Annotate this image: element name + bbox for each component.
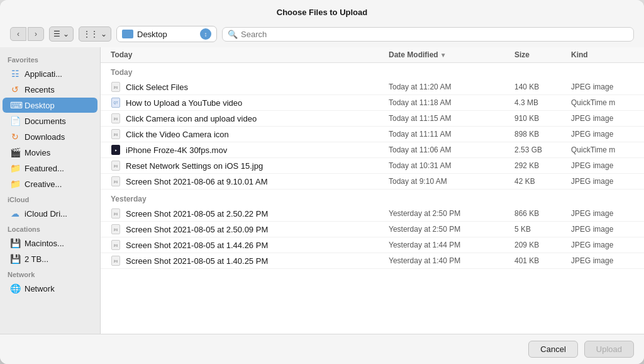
footer: Cancel Upload	[0, 334, 644, 364]
location-chevron-icon: ↕	[200, 28, 211, 40]
sidebar-item-2tb[interactable]: 💾2 TB...	[3, 251, 97, 266]
sidebar-item-documents[interactable]: 📄Documents	[3, 113, 97, 128]
back-button[interactable]: ‹	[10, 27, 26, 41]
sidebar-section-label: Network	[0, 267, 100, 280]
table-row[interactable]: jpg Screen Shot 2021-08-05 at 2.50.09 PM…	[101, 222, 644, 237]
col-kind: Kind	[571, 50, 634, 59]
sidebar-item-label: 2 TB...	[25, 254, 90, 264]
sidebar-item-label: Network	[25, 284, 90, 293]
file-kind: JPEG image	[571, 114, 634, 123]
file-name-cell: QT How to Upload a YouTube video	[111, 98, 389, 108]
sidebar-item-macintosh[interactable]: 💾Macintos...	[3, 236, 97, 251]
list-view-chevron: ⌄	[63, 30, 69, 38]
sidebar-item-icloud-drive[interactable]: ☁iCloud Dri...	[3, 206, 97, 221]
creative-icon: 📁	[10, 179, 20, 189]
table-row[interactable]: jpg Click Select Files Today at 11:20 AM…	[101, 79, 644, 95]
col-size: Size	[514, 50, 571, 59]
folder-icon	[122, 30, 133, 38]
file-icon: jpg	[111, 161, 121, 171]
list-view-button[interactable]: ☰ ⌄	[49, 26, 74, 42]
dialog-title: Choose Files to Upload	[0, 0, 644, 22]
movies-icon: 🎬	[10, 147, 20, 157]
file-name: Screen Shot 2021-08-05 at 2.50.22 PM	[126, 209, 268, 219]
location-selector[interactable]: Desktop ↕	[116, 26, 217, 42]
file-date: Today at 10:31 AM	[389, 161, 514, 170]
table-row[interactable]: jpg Click the Video Camera icon Today at…	[101, 127, 644, 142]
table-row[interactable]: jpg Screen Shot 2021-08-05 at 1.40.25 PM…	[101, 253, 644, 269]
sidebar-item-movies[interactable]: 🎬Movies	[3, 145, 97, 160]
table-row[interactable]: jpg Click Camera icon and upload video T…	[101, 111, 644, 127]
sidebar-item-network[interactable]: 🌐Network	[3, 281, 97, 296]
sidebar-item-label: Downloads	[25, 132, 90, 142]
file-icon: jpg	[111, 113, 121, 123]
file-size: 2.53 GB	[514, 145, 571, 154]
sidebar-item-desktop[interactable]: ⌨Desktop	[3, 98, 97, 113]
file-kind: JPEG image	[571, 225, 634, 234]
file-list: Today jpg Click Select Files Today at 11…	[101, 63, 644, 334]
sidebar: Favorites☷Applicati...↺Recents⌨Desktop📄D…	[0, 47, 101, 334]
file-kind: JPEG image	[571, 161, 634, 170]
jpeg-icon: jpg	[111, 129, 120, 139]
file-name: Reset Network Settings on iOS 15.jpg	[126, 161, 263, 171]
nav-buttons: ‹ ›	[10, 27, 44, 41]
sidebar-item-label: Creative...	[25, 179, 90, 189]
sidebar-section-label: Locations	[0, 222, 100, 235]
file-date: Today at 11:06 AM	[389, 145, 514, 154]
sidebar-item-recents[interactable]: ↺Recents	[3, 82, 97, 97]
sidebar-item-label: Desktop	[25, 101, 90, 110]
file-name-cell: jpg Screen Shot 2021-08-06 at 9.10.01 AM	[111, 176, 389, 186]
grid-view-icon: ⋮⋮	[83, 30, 98, 38]
table-row[interactable]: QT How to Upload a YouTube video Today a…	[101, 95, 644, 111]
qt-icon: QT	[111, 98, 120, 108]
forward-button[interactable]: ›	[28, 27, 44, 41]
file-name: Click Select Files	[126, 82, 188, 92]
file-kind: QuickTime m	[571, 98, 634, 107]
jpeg-icon: jpg	[111, 256, 120, 266]
sidebar-item-label: Documents	[25, 117, 90, 126]
file-name-cell: jpg Click the Video Camera icon	[111, 129, 389, 139]
file-name-cell: jpg Click Camera icon and upload video	[111, 113, 389, 123]
network-icon: 🌐	[10, 283, 20, 293]
list-view-icon: ☰	[53, 30, 60, 38]
file-size: 401 KB	[514, 256, 571, 265]
main-area: Favorites☷Applicati...↺Recents⌨Desktop📄D…	[0, 47, 644, 334]
search-input[interactable]	[241, 30, 628, 39]
table-row[interactable]: jpg Screen Shot 2021-08-05 at 1.44.26 PM…	[101, 237, 644, 253]
table-row[interactable]: ▶ iPhone Froze-4K 30fps.mov Today at 11:…	[101, 142, 644, 158]
col-date[interactable]: Date Modified ▼	[389, 50, 514, 59]
search-icon: 🔍	[228, 30, 238, 39]
table-row[interactable]: jpg Screen Shot 2021-08-06 at 9.10.01 AM…	[101, 174, 644, 190]
upload-button[interactable]: Upload	[584, 341, 634, 358]
file-name: Screen Shot 2021-08-05 at 1.40.25 PM	[126, 256, 268, 266]
cancel-button[interactable]: Cancel	[528, 341, 577, 358]
grid-view-button[interactable]: ⋮⋮ ⌄	[79, 26, 111, 42]
file-size: 898 KB	[514, 130, 571, 139]
file-icon: jpg	[111, 129, 121, 139]
jpeg-icon: jpg	[111, 224, 120, 234]
jpeg-icon: jpg	[111, 208, 120, 219]
recent-icon: ↺	[10, 84, 20, 94]
sidebar-item-label: Featured...	[25, 164, 90, 173]
sidebar-item-downloads[interactable]: ↻Downloads	[3, 129, 97, 144]
file-icon: jpg	[111, 256, 121, 266]
table-row[interactable]: jpg Reset Network Settings on iOS 15.jpg…	[101, 158, 644, 174]
file-name: Click Camera icon and upload video	[126, 114, 257, 123]
app-icon: ☷	[10, 69, 20, 79]
jpeg-icon: jpg	[111, 82, 120, 92]
file-date: Yesterday at 2:50 PM	[389, 225, 514, 234]
file-name-cell: ▶ iPhone Froze-4K 30fps.mov	[111, 145, 389, 155]
file-icon: jpg	[111, 240, 121, 250]
sidebar-item-applications[interactable]: ☷Applicati...	[3, 66, 97, 81]
file-size: 42 KB	[514, 177, 571, 186]
file-size: 910 KB	[514, 114, 571, 123]
file-name: Screen Shot 2021-08-06 at 9.10.01 AM	[126, 177, 268, 186]
file-name-cell: jpg Screen Shot 2021-08-05 at 2.50.22 PM	[111, 208, 389, 219]
sidebar-section-label: Favorites	[0, 52, 100, 65]
location-name: Desktop	[137, 30, 196, 39]
file-chooser-dialog: Choose Files to Upload ‹ › ☰ ⌄ ⋮⋮ ⌄ Desk…	[0, 0, 644, 364]
featured-icon: 📁	[10, 163, 20, 173]
table-row[interactable]: jpg Screen Shot 2021-08-05 at 2.50.22 PM…	[101, 206, 644, 222]
file-icon: ▶	[111, 145, 121, 155]
sidebar-item-featured[interactable]: 📁Featured...	[3, 161, 97, 176]
sidebar-item-creative[interactable]: 📁Creative...	[3, 176, 97, 191]
